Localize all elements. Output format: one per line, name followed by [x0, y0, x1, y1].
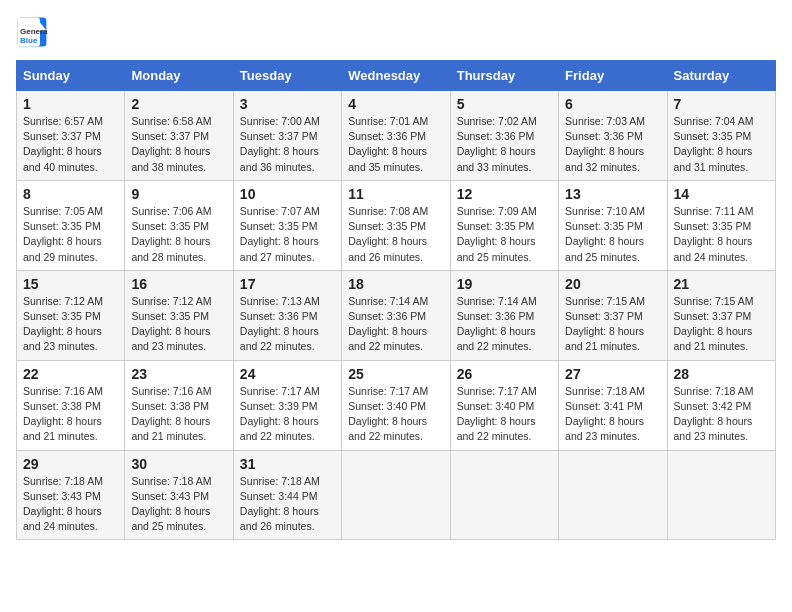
calendar-table: SundayMondayTuesdayWednesdayThursdayFrid… — [16, 60, 776, 540]
day-info: Sunrise: 7:17 AM Sunset: 3:39 PM Dayligh… — [240, 384, 335, 445]
calendar-cell: 11Sunrise: 7:08 AM Sunset: 3:35 PM Dayli… — [342, 180, 450, 270]
calendar-cell: 7Sunrise: 7:04 AM Sunset: 3:35 PM Daylig… — [667, 91, 775, 181]
calendar-cell: 26Sunrise: 7:17 AM Sunset: 3:40 PM Dayli… — [450, 360, 558, 450]
calendar-cell: 29Sunrise: 7:18 AM Sunset: 3:43 PM Dayli… — [17, 450, 125, 540]
day-info: Sunrise: 7:18 AM Sunset: 3:42 PM Dayligh… — [674, 384, 769, 445]
calendar-cell: 24Sunrise: 7:17 AM Sunset: 3:39 PM Dayli… — [233, 360, 341, 450]
day-number: 30 — [131, 456, 226, 472]
header-wednesday: Wednesday — [342, 61, 450, 91]
day-number: 12 — [457, 186, 552, 202]
calendar-cell — [559, 450, 667, 540]
day-number: 3 — [240, 96, 335, 112]
day-info: Sunrise: 7:10 AM Sunset: 3:35 PM Dayligh… — [565, 204, 660, 265]
calendar-cell: 13Sunrise: 7:10 AM Sunset: 3:35 PM Dayli… — [559, 180, 667, 270]
day-info: Sunrise: 7:03 AM Sunset: 3:36 PM Dayligh… — [565, 114, 660, 175]
day-info: Sunrise: 7:00 AM Sunset: 3:37 PM Dayligh… — [240, 114, 335, 175]
day-info: Sunrise: 7:01 AM Sunset: 3:36 PM Dayligh… — [348, 114, 443, 175]
calendar-cell — [450, 450, 558, 540]
day-number: 23 — [131, 366, 226, 382]
day-number: 19 — [457, 276, 552, 292]
day-info: Sunrise: 7:04 AM Sunset: 3:35 PM Dayligh… — [674, 114, 769, 175]
day-info: Sunrise: 6:58 AM Sunset: 3:37 PM Dayligh… — [131, 114, 226, 175]
day-info: Sunrise: 7:15 AM Sunset: 3:37 PM Dayligh… — [565, 294, 660, 355]
day-number: 9 — [131, 186, 226, 202]
day-info: Sunrise: 7:16 AM Sunset: 3:38 PM Dayligh… — [23, 384, 118, 445]
calendar-cell: 28Sunrise: 7:18 AM Sunset: 3:42 PM Dayli… — [667, 360, 775, 450]
day-info: Sunrise: 7:09 AM Sunset: 3:35 PM Dayligh… — [457, 204, 552, 265]
calendar-cell: 31Sunrise: 7:18 AM Sunset: 3:44 PM Dayli… — [233, 450, 341, 540]
day-number: 17 — [240, 276, 335, 292]
logo: General Blue — [16, 16, 48, 48]
day-number: 26 — [457, 366, 552, 382]
day-info: Sunrise: 7:14 AM Sunset: 3:36 PM Dayligh… — [457, 294, 552, 355]
header-thursday: Thursday — [450, 61, 558, 91]
week-row-1: 1Sunrise: 6:57 AM Sunset: 3:37 PM Daylig… — [17, 91, 776, 181]
week-row-2: 8Sunrise: 7:05 AM Sunset: 3:35 PM Daylig… — [17, 180, 776, 270]
calendar-cell: 8Sunrise: 7:05 AM Sunset: 3:35 PM Daylig… — [17, 180, 125, 270]
day-number: 16 — [131, 276, 226, 292]
day-number: 21 — [674, 276, 769, 292]
day-number: 31 — [240, 456, 335, 472]
day-info: Sunrise: 7:06 AM Sunset: 3:35 PM Dayligh… — [131, 204, 226, 265]
calendar-cell: 25Sunrise: 7:17 AM Sunset: 3:40 PM Dayli… — [342, 360, 450, 450]
calendar-cell: 30Sunrise: 7:18 AM Sunset: 3:43 PM Dayli… — [125, 450, 233, 540]
header-sunday: Sunday — [17, 61, 125, 91]
header-tuesday: Tuesday — [233, 61, 341, 91]
page-header: General Blue — [16, 16, 776, 48]
day-info: Sunrise: 7:07 AM Sunset: 3:35 PM Dayligh… — [240, 204, 335, 265]
day-number: 7 — [674, 96, 769, 112]
day-number: 25 — [348, 366, 443, 382]
day-number: 22 — [23, 366, 118, 382]
calendar-cell: 3Sunrise: 7:00 AM Sunset: 3:37 PM Daylig… — [233, 91, 341, 181]
day-info: Sunrise: 7:18 AM Sunset: 3:43 PM Dayligh… — [131, 474, 226, 535]
calendar-cell: 23Sunrise: 7:16 AM Sunset: 3:38 PM Dayli… — [125, 360, 233, 450]
day-number: 4 — [348, 96, 443, 112]
header-saturday: Saturday — [667, 61, 775, 91]
calendar-cell: 22Sunrise: 7:16 AM Sunset: 3:38 PM Dayli… — [17, 360, 125, 450]
day-number: 1 — [23, 96, 118, 112]
svg-text:General: General — [20, 27, 48, 36]
calendar-cell: 18Sunrise: 7:14 AM Sunset: 3:36 PM Dayli… — [342, 270, 450, 360]
day-info: Sunrise: 7:15 AM Sunset: 3:37 PM Dayligh… — [674, 294, 769, 355]
day-number: 15 — [23, 276, 118, 292]
calendar-cell: 19Sunrise: 7:14 AM Sunset: 3:36 PM Dayli… — [450, 270, 558, 360]
day-info: Sunrise: 7:02 AM Sunset: 3:36 PM Dayligh… — [457, 114, 552, 175]
calendar-cell: 12Sunrise: 7:09 AM Sunset: 3:35 PM Dayli… — [450, 180, 558, 270]
week-row-4: 22Sunrise: 7:16 AM Sunset: 3:38 PM Dayli… — [17, 360, 776, 450]
header-friday: Friday — [559, 61, 667, 91]
day-number: 8 — [23, 186, 118, 202]
calendar-cell: 2Sunrise: 6:58 AM Sunset: 3:37 PM Daylig… — [125, 91, 233, 181]
day-info: Sunrise: 7:08 AM Sunset: 3:35 PM Dayligh… — [348, 204, 443, 265]
day-info: Sunrise: 7:17 AM Sunset: 3:40 PM Dayligh… — [457, 384, 552, 445]
calendar-cell: 15Sunrise: 7:12 AM Sunset: 3:35 PM Dayli… — [17, 270, 125, 360]
calendar-cell: 17Sunrise: 7:13 AM Sunset: 3:36 PM Dayli… — [233, 270, 341, 360]
header-monday: Monday — [125, 61, 233, 91]
calendar-cell: 10Sunrise: 7:07 AM Sunset: 3:35 PM Dayli… — [233, 180, 341, 270]
day-info: Sunrise: 7:12 AM Sunset: 3:35 PM Dayligh… — [131, 294, 226, 355]
day-number: 18 — [348, 276, 443, 292]
calendar-cell — [667, 450, 775, 540]
day-info: Sunrise: 7:18 AM Sunset: 3:44 PM Dayligh… — [240, 474, 335, 535]
day-info: Sunrise: 7:05 AM Sunset: 3:35 PM Dayligh… — [23, 204, 118, 265]
calendar-cell — [342, 450, 450, 540]
day-number: 2 — [131, 96, 226, 112]
calendar-cell: 6Sunrise: 7:03 AM Sunset: 3:36 PM Daylig… — [559, 91, 667, 181]
day-number: 24 — [240, 366, 335, 382]
calendar-cell: 5Sunrise: 7:02 AM Sunset: 3:36 PM Daylig… — [450, 91, 558, 181]
calendar-cell: 20Sunrise: 7:15 AM Sunset: 3:37 PM Dayli… — [559, 270, 667, 360]
logo-icon: General Blue — [16, 16, 48, 48]
svg-text:Blue: Blue — [20, 36, 38, 45]
day-info: Sunrise: 7:17 AM Sunset: 3:40 PM Dayligh… — [348, 384, 443, 445]
calendar-cell: 21Sunrise: 7:15 AM Sunset: 3:37 PM Dayli… — [667, 270, 775, 360]
day-number: 27 — [565, 366, 660, 382]
calendar-cell: 27Sunrise: 7:18 AM Sunset: 3:41 PM Dayli… — [559, 360, 667, 450]
day-info: Sunrise: 7:14 AM Sunset: 3:36 PM Dayligh… — [348, 294, 443, 355]
calendar-cell: 16Sunrise: 7:12 AM Sunset: 3:35 PM Dayli… — [125, 270, 233, 360]
day-info: Sunrise: 7:11 AM Sunset: 3:35 PM Dayligh… — [674, 204, 769, 265]
calendar-cell: 14Sunrise: 7:11 AM Sunset: 3:35 PM Dayli… — [667, 180, 775, 270]
day-info: Sunrise: 6:57 AM Sunset: 3:37 PM Dayligh… — [23, 114, 118, 175]
day-info: Sunrise: 7:16 AM Sunset: 3:38 PM Dayligh… — [131, 384, 226, 445]
calendar-cell: 1Sunrise: 6:57 AM Sunset: 3:37 PM Daylig… — [17, 91, 125, 181]
day-number: 28 — [674, 366, 769, 382]
day-number: 29 — [23, 456, 118, 472]
